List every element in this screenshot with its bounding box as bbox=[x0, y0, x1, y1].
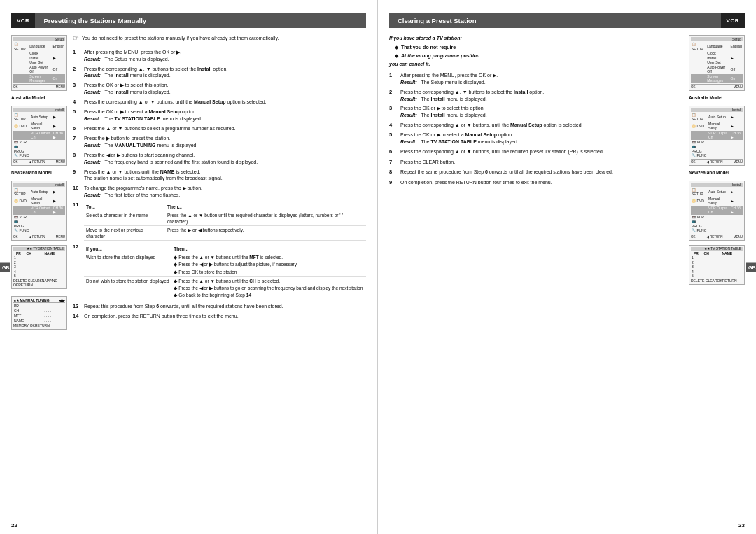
right-header: Clearing a Preset Station VCR bbox=[389, 13, 745, 28]
note-text: You do not need to preset the stations m… bbox=[82, 35, 279, 43]
page-num-right: 23 bbox=[738, 522, 745, 528]
left-screenshots-col: Setup 📋 SETUPLanguageEnglish Clock Insta… bbox=[11, 35, 67, 521]
australia-model-label: Australia Model bbox=[11, 95, 67, 100]
if-stored-header: If you have stored a TV station: bbox=[389, 35, 683, 42]
left-instructions: ☞ You do not need to preset the stations… bbox=[73, 35, 366, 521]
step-11-table: To... Then... Select a character in the … bbox=[84, 203, 366, 241]
tv-station-table-screen: ★★ TV STATION TABLE PRCHNAME 1 2 3 4 5 D… bbox=[11, 245, 67, 289]
right-content-area: If you have stored a TV station: ◆ That … bbox=[389, 35, 745, 521]
step-10: 10 To change the programme's name, press… bbox=[73, 185, 366, 199]
can-cancel-text: you can cancel it. bbox=[389, 61, 683, 68]
step-11: 11 To... Then... Select a bbox=[73, 202, 366, 241]
page-num-left: 22 bbox=[11, 522, 18, 528]
step-12: 12 If you... Then... Wish bbox=[73, 244, 366, 300]
r-step-2: 2 Press the corresponding ▲, ▼ buttons t… bbox=[389, 89, 683, 103]
r-australia-model-label: Australia Model bbox=[689, 95, 745, 100]
table-row: Do not wish to store the station display… bbox=[84, 276, 366, 300]
table-row: Move to the next or previous character P… bbox=[84, 226, 366, 241]
step-2: 2 Press the corresponding ▲, ▼ buttons t… bbox=[73, 66, 366, 80]
install-screen: Install 📋 SETUPAuto Setup▶ 📀 DVDManual S… bbox=[11, 106, 67, 166]
gb-badge-left: GB bbox=[0, 262, 10, 272]
right-page: GB Clearing a Preset Station VCR If you … bbox=[378, 0, 756, 534]
steps-list-right: 1 After pressing the MENU, press the OK … bbox=[389, 72, 683, 186]
step-8: 8 Press the ◀ or ▶ buttons to start scan… bbox=[73, 152, 366, 166]
right-instructions: If you have stored a TV station: ◆ That … bbox=[389, 35, 683, 521]
note-icon: ☞ bbox=[73, 34, 79, 43]
bullet-1: ◆ That you do not require bbox=[395, 44, 683, 51]
step-14: 14 On completion, press the RETURN butto… bbox=[73, 313, 366, 321]
step-7: 7 Press the ▶ button to preset the stati… bbox=[73, 135, 366, 149]
nz-install-screen: Install 📋 SETUPAuto Setup▶ 📀 DVDManual S… bbox=[11, 181, 67, 241]
vcr-tag-right: VCR bbox=[721, 13, 745, 28]
r-step-7: 7 Press the CLEAR button. bbox=[389, 159, 683, 167]
newzealand-model-label: Newzealand Model bbox=[11, 170, 67, 175]
if-stored-section: If you have stored a TV station: ◆ That … bbox=[389, 35, 683, 68]
left-section-title: Presetting the Stations Manually bbox=[35, 13, 366, 28]
setup-screen: Setup 📋 SETUPLanguageEnglish Clock Insta… bbox=[11, 35, 67, 91]
step-4: 4 Press the corresponding ▲ or ▼ buttons… bbox=[73, 99, 366, 106]
step-9: 9 Press the ▲ or ▼ buttons until the NAM… bbox=[73, 169, 366, 183]
r-step-9: 9 On completion, press the RETURN button… bbox=[389, 179, 683, 187]
step-13: 13 Repeat this procedure from Step 6 onw… bbox=[73, 303, 366, 311]
r-step-4: 4 Press the corresponding ▲ or ▼ buttons… bbox=[389, 122, 683, 129]
step-1: 1 After pressing the MENU, press the OK … bbox=[73, 49, 366, 63]
bullet-block: ◆ That you do not require ◆ At the wrong… bbox=[395, 44, 683, 59]
r-step-5: 5 Press the OK or ▶ to select a Manual S… bbox=[389, 132, 683, 146]
r-step-3: 3 Press the OK or ▶ to select this optio… bbox=[389, 105, 683, 119]
steps-list-left: 1 After pressing the MENU, press the OK … bbox=[73, 49, 366, 321]
step-12-table: If you... Then... Wish to store the stat… bbox=[84, 245, 366, 300]
r-setup-screen: Setup 📋 SETUPLanguageEnglish Clock Insta… bbox=[689, 35, 745, 91]
r-install-screen: Install 📋 SETUPAuto Setup▶ 📀 DVDManual S… bbox=[689, 106, 745, 166]
step-6: 6 Press the ▲ or ▼ buttons to select a p… bbox=[73, 125, 366, 133]
r-newzealand-model-label: Newzealand Model bbox=[689, 170, 745, 175]
r-tv-station-table-screen: ★★ TV STATION TABLE PRCHNAME 1 2 3 4 5 D… bbox=[689, 245, 745, 285]
step-3: 3 Press the OK or ▶ to select this optio… bbox=[73, 82, 366, 96]
left-content-area: Setup 📋 SETUPLanguageEnglish Clock Insta… bbox=[11, 35, 366, 521]
note-box: ☞ You do not need to preset the stations… bbox=[73, 35, 366, 43]
manual-tuning-screen: ★★ MANUAL TUNING◀ ▶ PR. . . . CH. . . . … bbox=[11, 296, 67, 330]
r-step-6: 6 Press the corresponding ▲ or ▼ buttons… bbox=[389, 148, 683, 156]
left-page: GB VCR Presetting the Stations Manually … bbox=[0, 0, 378, 534]
table-row: Wish to store the station displayed ◆Pre… bbox=[84, 253, 366, 276]
vcr-tag-left: VCR bbox=[11, 13, 35, 28]
step-5: 5 Press the OK or ▶ to select a Manual S… bbox=[73, 108, 366, 122]
gb-badge-right: GB bbox=[746, 262, 756, 272]
right-section-title: Clearing a Preset Station bbox=[389, 13, 721, 28]
r-nz-install-screen: Install 📋 SETUPAuto Setup▶ 📀 DVDManual S… bbox=[689, 181, 745, 241]
table-row: Select a character in the name Press the… bbox=[84, 211, 366, 225]
r-step-8: 8 Repeat the same procedure from Step 6 … bbox=[389, 169, 683, 176]
r-step-1: 1 After pressing the MENU, press the OK … bbox=[389, 72, 683, 86]
right-screenshots-col: Setup 📋 SETUPLanguageEnglish Clock Insta… bbox=[689, 35, 745, 521]
left-header: VCR Presetting the Stations Manually bbox=[11, 13, 366, 28]
bullet-2: ◆ At the wrong programme position bbox=[395, 52, 683, 59]
